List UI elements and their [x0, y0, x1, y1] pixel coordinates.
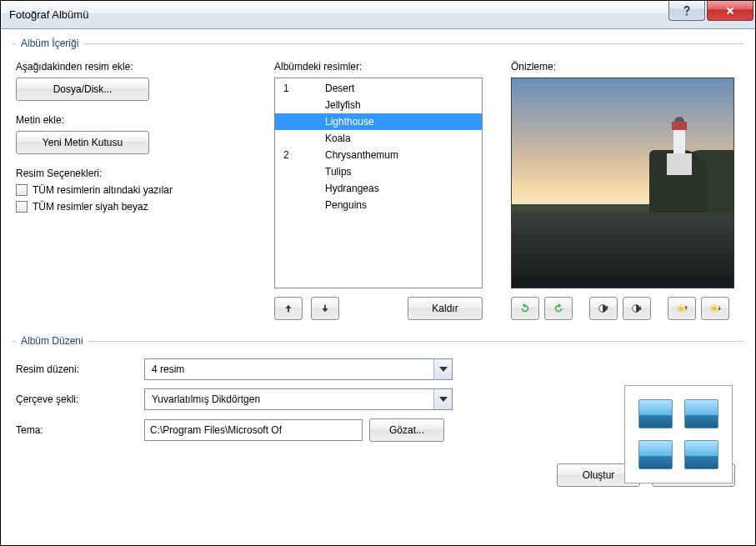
contrast-up-icon: [598, 303, 609, 314]
list-item[interactable]: Lighthouse: [275, 113, 482, 130]
album-content-group: Albüm İçeriği Aşağıdakinden resim ekle: …: [13, 38, 743, 325]
browse-button-label: Gözat...: [389, 424, 424, 436]
insert-from-label: Aşağıdakinden resim ekle:: [16, 61, 258, 73]
album-pictures-listbox[interactable]: 1DesertJellyfishLighthouseKoala2Chrysant…: [274, 78, 483, 288]
remove-button-label: Kaldır: [432, 303, 458, 314]
list-item-name: Hydrangeas: [325, 183, 482, 194]
window-title: Fotoğraf Albümü: [9, 8, 88, 21]
list-item[interactable]: 1Desert: [275, 80, 482, 97]
list-item[interactable]: Jellyfish: [275, 97, 482, 113]
theme-textbox[interactable]: C:\Program Files\Microsoft Of: [144, 419, 363, 441]
rotate-right-button[interactable]: [544, 297, 573, 320]
list-item-num: 1: [275, 83, 325, 94]
list-item[interactable]: Koala: [275, 130, 482, 147]
picture-layout-combo[interactable]: 4 resim: [144, 358, 453, 380]
brightness-down-icon: [709, 303, 721, 314]
help-button[interactable]: [668, 1, 705, 21]
browse-button[interactable]: Gözat...: [369, 418, 444, 442]
list-item[interactable]: 2Chrysanthemum: [275, 147, 482, 163]
chevron-down-icon: [433, 389, 452, 409]
contrast-down-button[interactable]: [623, 297, 651, 320]
captions-checkbox[interactable]: [16, 184, 28, 196]
list-item-num: 2: [275, 149, 325, 161]
list-item-name: Desert: [325, 83, 482, 94]
help-icon: [681, 5, 693, 17]
window-buttons: [668, 1, 755, 28]
move-down-button[interactable]: [311, 297, 339, 320]
file-disk-button[interactable]: Dosya/Disk...: [16, 78, 149, 101]
rotate-left-icon: [519, 303, 531, 314]
file-disk-button-label: Dosya/Disk...: [53, 83, 113, 95]
picture-layout-value: 4 resim: [145, 363, 433, 375]
arrow-down-icon: [319, 303, 331, 314]
list-item-name: Lighthouse: [325, 116, 482, 128]
preview-label: Önizleme:: [511, 61, 740, 73]
captions-checkbox-label: TÜM resimlerin altındaki yazılar: [33, 184, 173, 196]
picture-options-label: Resim Seçenekleri:: [16, 168, 258, 179]
brightness-up-icon: [676, 303, 688, 314]
theme-value: C:\Program Files\Microsoft Of: [150, 424, 282, 436]
layout-thumb: [684, 399, 718, 428]
svg-point-4: [713, 306, 717, 310]
list-item-name: Chrysanthemum: [325, 149, 482, 161]
insert-text-label: Metin ekle:: [16, 114, 258, 126]
list-item[interactable]: Hydrangeas: [275, 180, 482, 197]
arrow-up-icon: [283, 303, 294, 314]
bw-checkbox-label: TÜM resimler siyah beyaz: [33, 201, 148, 213]
layout-preview: [624, 385, 733, 483]
svg-point-3: [679, 306, 683, 310]
new-textbox-button-label: Yeni Metin Kutusu: [43, 137, 123, 148]
rotate-right-icon: [553, 303, 564, 314]
album-layout-legend: Albüm Düzeni: [16, 335, 88, 347]
layout-thumb: [638, 440, 673, 469]
move-up-button[interactable]: [274, 297, 303, 320]
svg-point-0: [686, 13, 688, 15]
brightness-down-button[interactable]: [701, 297, 729, 320]
brightness-up-button[interactable]: [668, 297, 696, 320]
close-icon: [724, 5, 736, 17]
contrast-up-button[interactable]: [589, 297, 618, 320]
create-button-label: Oluştur: [583, 469, 615, 481]
chevron-down-icon: [433, 359, 452, 379]
new-textbox-button[interactable]: Yeni Metin Kutusu: [16, 131, 149, 154]
layout-thumb: [684, 440, 718, 469]
remove-button[interactable]: Kaldır: [408, 297, 483, 320]
list-item-name: Jellyfish: [325, 99, 482, 111]
list-item-name: Penguins: [325, 199, 482, 211]
list-item-name: Koala: [325, 133, 482, 144]
list-item[interactable]: Penguins: [275, 197, 482, 213]
layout-thumb: [638, 399, 673, 428]
frame-shape-value: Yuvarlatılmış Dikdörtgen: [145, 393, 433, 405]
contrast-down-icon: [631, 303, 643, 314]
frame-shape-combo[interactable]: Yuvarlatılmış Dikdörtgen: [144, 388, 453, 410]
list-item-name: Tulips: [325, 166, 482, 178]
titlebar: Fotoğraf Albümü: [1, 1, 755, 29]
frame-shape-label: Çerçeve şekli:: [16, 393, 133, 405]
rotate-left-button[interactable]: [511, 297, 539, 320]
picture-layout-label: Resim düzeni:: [16, 363, 133, 375]
album-pictures-label: Albümdeki resimler:: [274, 61, 494, 73]
close-button[interactable]: [707, 1, 753, 21]
theme-label: Tema:: [16, 424, 133, 436]
preview-image: [511, 78, 734, 288]
bw-checkbox[interactable]: [16, 201, 28, 213]
album-content-legend: Albüm İçeriği: [16, 38, 83, 49]
list-item[interactable]: Tulips: [275, 163, 482, 180]
